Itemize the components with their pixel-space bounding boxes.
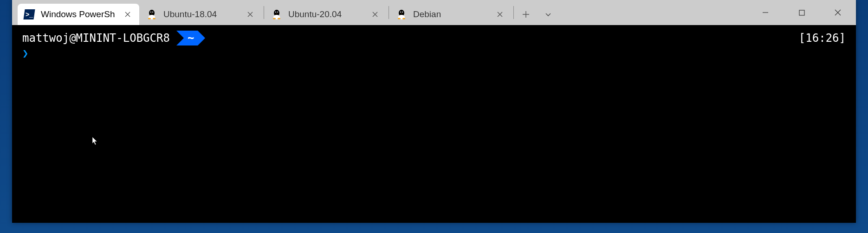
tab-divider <box>389 6 389 19</box>
path-segment: ~ <box>176 31 205 45</box>
powershell-icon: >_ <box>24 9 34 19</box>
terminal-body[interactable]: mattwoj@MININT-LOBGCR8 ~ [16:26] ❯ <box>12 25 856 223</box>
window-controls <box>747 0 856 25</box>
tab-label: Ubuntu-20.04 <box>288 9 370 19</box>
svg-point-8 <box>153 18 155 19</box>
close-tab-icon[interactable] <box>245 9 255 19</box>
svg-point-26 <box>402 18 405 19</box>
tab-ubuntu-1804[interactable]: Ubuntu-18.04 <box>140 4 262 25</box>
svg-point-24 <box>402 12 403 13</box>
titlebar-right <box>729 0 856 25</box>
tux-icon <box>272 9 282 19</box>
prompt-line: mattwoj@MININT-LOBGCR8 ~ [16:26] <box>22 31 846 45</box>
tux-icon <box>147 9 157 19</box>
prompt-caret: ❯ <box>22 47 28 59</box>
svg-point-7 <box>148 18 151 19</box>
tab-label: Windows PowerSh <box>41 9 123 19</box>
tab-label: Ubuntu-18.04 <box>163 9 245 19</box>
svg-point-16 <box>273 18 276 19</box>
prompt-input-line[interactable]: ❯ <box>22 45 846 60</box>
svg-point-14 <box>276 12 276 13</box>
new-tab-button[interactable] <box>515 4 537 25</box>
close-window-button[interactable] <box>820 0 856 25</box>
close-tab-icon[interactable] <box>495 9 505 19</box>
svg-point-25 <box>398 18 401 19</box>
tab-dropdown-button[interactable] <box>537 4 559 25</box>
time-display: [16:26] <box>799 31 846 45</box>
mouse-cursor-icon <box>92 136 98 149</box>
tab-divider <box>513 6 514 19</box>
svg-point-5 <box>151 12 151 13</box>
tab-debian[interactable]: Debian <box>390 4 512 25</box>
titlebar: >_ Windows PowerSh <box>12 0 856 25</box>
svg-point-23 <box>401 12 401 13</box>
tab-label: Debian <box>413 9 495 19</box>
close-tab-icon[interactable] <box>370 9 380 19</box>
maximize-button[interactable] <box>784 0 820 25</box>
svg-point-6 <box>153 12 153 13</box>
svg-point-15 <box>278 12 278 13</box>
tabs-area: >_ Windows PowerSh <box>12 0 559 25</box>
close-tab-icon[interactable] <box>123 9 133 19</box>
svg-rect-27 <box>799 10 804 15</box>
terminal-window: >_ Windows PowerSh <box>12 0 856 223</box>
minimize-button[interactable] <box>747 0 784 25</box>
prompt-left: mattwoj@MININT-LOBGCR8 ~ <box>22 31 205 45</box>
tab-divider <box>264 6 264 19</box>
user-host: mattwoj@MININT-LOBGCR8 <box>22 31 170 45</box>
tux-icon <box>396 9 407 19</box>
tab-ubuntu-2004[interactable]: Ubuntu-20.04 <box>265 4 387 25</box>
svg-point-17 <box>278 18 280 19</box>
tab-powershell[interactable]: >_ Windows PowerSh <box>18 4 139 25</box>
path-text: ~ <box>184 31 198 45</box>
